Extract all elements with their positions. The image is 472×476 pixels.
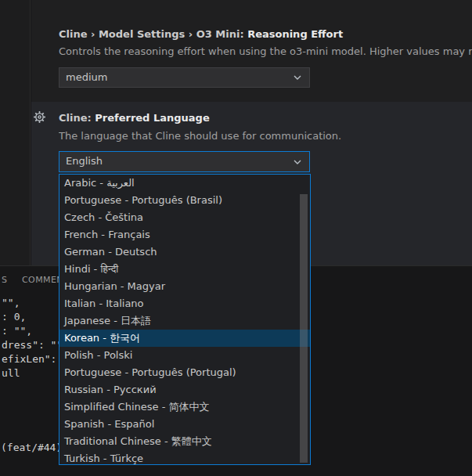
setting-title-preferred-language: Cline: Preferred Language [59,112,210,124]
setting-description-preferred-language: The language that Cline should use for c… [59,130,472,142]
language-option[interactable]: Polish - Polski [59,347,310,364]
language-option[interactable]: Russian - Русский [59,381,310,398]
chevron-down-icon [292,157,303,168]
gear-icon[interactable] [33,110,47,124]
preferred-language-select[interactable]: English [59,151,310,172]
language-option[interactable]: Hungarian - Magyar [59,278,310,295]
language-option[interactable]: Spanish - Español [59,416,310,433]
language-option[interactable]: Italian - Italiano [59,295,310,312]
language-listbox: Arabic - العربيةPortuguese - Português (… [59,175,310,465]
vscode-window: Cline › Model Settings › O3 Mini: Reason… [0,0,472,476]
setting-label: Preferred Language [95,112,209,124]
chevron-down-icon [292,72,303,83]
preferred-language-value: English [59,152,309,171]
setting-title-reasoning-effort: Cline › Model Settings › O3 Mini: Reason… [59,28,343,41]
language-dropdown-list: Arabic - العربيةPortuguese - Português (… [59,174,311,465]
language-option[interactable]: German - Deutsch [59,243,310,261]
language-option[interactable]: Portuguese - Português (Brasil) [59,192,310,209]
dropdown-scrollbar[interactable] [300,194,308,463]
reasoning-effort-select[interactable]: medium [59,67,310,88]
terminal-prompt-line: (feat/#44) [1,442,62,453]
reasoning-effort-value: medium [59,68,309,87]
language-option[interactable]: Hindi - हिन्दी [59,261,310,278]
language-option[interactable]: Simplified Chinese - 简体中文 [59,398,310,416]
terminal-output: "", : 0, : "", dress": "" efixLen": ull [2,296,63,380]
language-option[interactable]: Japanese - 日本語 [59,312,310,330]
setting-label: Reasoning Effort [247,28,343,40]
editor-left-gutter [0,0,31,265]
language-option[interactable]: French - Français [59,226,310,243]
language-option[interactable]: Czech - Čeština [59,209,310,226]
setting-description-reasoning-effort: Controls the reasoning effort when using… [59,45,472,58]
language-option[interactable]: Arabic - العربية [59,175,310,192]
terminal-prompt-line: (feat/#44)> [1,467,116,476]
setting-category: Cline: [59,112,95,124]
panel-tab-partial[interactable]: S [2,275,7,285]
language-option[interactable]: Turkish - Türkçe [59,450,310,465]
language-option[interactable]: Korean - 한국어 [59,330,310,347]
language-option[interactable]: Traditional Chinese - 繁體中文 [59,433,310,450]
setting-category: Cline › Model Settings › O3 Mini: [59,28,247,40]
language-option[interactable]: Portuguese - Português (Portugal) [59,364,310,381]
